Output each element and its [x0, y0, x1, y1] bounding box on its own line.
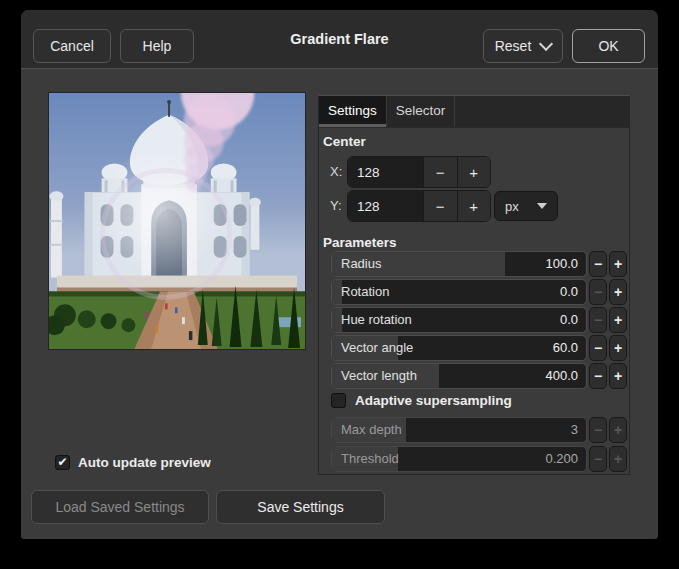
vector-length-increment-button[interactable]: + [609, 363, 627, 389]
hue-rotation-slider[interactable]: Hue rotation 0.0 [331, 307, 587, 333]
reset-button-label: Reset [495, 38, 532, 54]
max-depth-label: Max depth [341, 418, 402, 442]
vector-angle-slider[interactable]: Vector angle 60.0 [331, 335, 587, 361]
minus-icon: − [594, 422, 602, 438]
ok-button-label: OK [598, 38, 618, 54]
auto-update-preview-row: ✔ Auto update preview [55, 453, 211, 471]
radius-decrement-button[interactable]: − [589, 251, 607, 277]
adaptive-supersampling-checkbox[interactable] [331, 393, 346, 408]
active-tab-indicator [319, 124, 386, 127]
vector-length-row: Vector length 400.0 − + [319, 363, 629, 389]
cancel-button-label: Cancel [50, 38, 94, 54]
x-label: X: [330, 164, 342, 179]
threshold-value: 0.200 [545, 447, 578, 471]
x-decrement-button[interactable]: − [423, 157, 457, 187]
titlebar: Gradient Flare Cancel Help Reset OK [21, 10, 658, 69]
minus-icon: − [594, 368, 602, 384]
minus-icon: − [436, 198, 445, 215]
rotation-row: Rotation 0.0 − + [319, 279, 629, 305]
chevron-down-icon [539, 36, 553, 50]
y-label: Y: [330, 198, 342, 213]
radius-value: 100.0 [545, 252, 578, 276]
rotation-label: Rotation [341, 280, 389, 304]
plus-icon: + [614, 312, 622, 328]
load-saved-settings-button[interactable]: Load Saved Settings [31, 490, 209, 524]
parameters-section-label: Parameters [323, 235, 397, 250]
radius-label: Radius [341, 252, 381, 276]
vector-length-slider[interactable]: Vector length 400.0 [331, 363, 587, 389]
max-depth-slider: Max depth 3 [331, 417, 587, 443]
minus-icon: − [594, 340, 602, 356]
cancel-button[interactable]: Cancel [33, 29, 111, 63]
vector-angle-value: 60.0 [553, 336, 578, 360]
hue-rotation-value: 0.0 [560, 308, 578, 332]
plus-icon: + [614, 368, 622, 384]
vector-length-decrement-button[interactable]: − [589, 363, 607, 389]
rotation-value: 0.0 [560, 280, 578, 304]
vector-angle-decrement-button[interactable]: − [589, 335, 607, 361]
unit-dropdown[interactable]: px [494, 191, 558, 221]
vector-length-label: Vector length [341, 364, 417, 388]
threshold-label: Threshold [341, 447, 399, 471]
hue-rotation-label: Hue rotation [341, 308, 412, 332]
y-spinbutton: 128 − + [347, 190, 491, 222]
tab-strip: Settings Selector [319, 96, 629, 128]
reset-dropdown-button[interactable]: Reset [483, 29, 563, 63]
plus-icon: + [469, 164, 478, 181]
screen: Gradient Flare Cancel Help Reset OK [0, 0, 679, 569]
y-input[interactable]: 128 [348, 191, 423, 221]
tab-settings[interactable]: Settings [319, 96, 387, 127]
plus-icon: + [614, 340, 622, 356]
plus-icon: + [614, 284, 622, 300]
auto-update-preview-checkbox[interactable]: ✔ [55, 455, 70, 470]
checkmark-icon: ✔ [57, 455, 67, 469]
hue-rotation-row: Hue rotation 0.0 − + [319, 307, 629, 333]
rotation-decrement-button[interactable]: − [589, 279, 607, 305]
ok-button[interactable]: OK [572, 29, 645, 63]
x-input[interactable]: 128 [348, 157, 423, 187]
preview-image [48, 92, 306, 350]
tab-settings-label: Settings [328, 103, 377, 118]
hue-rotation-increment-button[interactable]: + [609, 307, 627, 333]
help-button[interactable]: Help [120, 29, 194, 63]
adaptive-supersampling-row: Adaptive supersampling [331, 393, 512, 408]
minus-icon: − [436, 164, 445, 181]
radius-slider[interactable]: Radius 100.0 [331, 251, 587, 277]
max-depth-value: 3 [571, 418, 578, 442]
radius-increment-button[interactable]: + [609, 251, 627, 277]
load-saved-settings-label: Load Saved Settings [55, 499, 184, 515]
vector-angle-increment-button[interactable]: + [609, 335, 627, 361]
save-settings-label: Save Settings [257, 499, 343, 515]
rotation-increment-button[interactable]: + [609, 279, 627, 305]
max-depth-row: Max depth 3 − + [319, 417, 629, 443]
y-increment-button[interactable]: + [457, 191, 491, 221]
vector-angle-row: Vector angle 60.0 − + [319, 335, 629, 361]
taj-mahal-preview-graphic [49, 93, 305, 349]
threshold-slider: Threshold 0.200 [331, 446, 587, 472]
minus-icon: − [594, 256, 602, 272]
threshold-decrement-button: − [589, 446, 607, 472]
rotation-slider[interactable]: Rotation 0.0 [331, 279, 587, 305]
x-spinbutton: 128 − + [347, 156, 491, 188]
unit-dropdown-value: px [505, 199, 519, 214]
tab-selector[interactable]: Selector [387, 96, 456, 127]
y-decrement-button[interactable]: − [423, 191, 457, 221]
plus-icon: + [469, 198, 478, 215]
minus-icon: − [594, 284, 602, 300]
tab-selector-label: Selector [396, 103, 446, 118]
plus-icon: + [614, 256, 622, 272]
center-section-label: Center [323, 134, 366, 149]
plus-icon: + [614, 451, 622, 467]
minus-icon: − [594, 312, 602, 328]
radius-row: Radius 100.0 − + [319, 251, 629, 277]
vector-length-value: 400.0 [545, 364, 578, 388]
minus-icon: − [594, 451, 602, 467]
x-increment-button[interactable]: + [457, 157, 491, 187]
hue-rotation-decrement-button[interactable]: − [589, 307, 607, 333]
save-settings-button[interactable]: Save Settings [216, 490, 385, 524]
adaptive-supersampling-label: Adaptive supersampling [355, 393, 512, 408]
max-depth-decrement-button: − [589, 417, 607, 443]
vector-angle-label: Vector angle [341, 336, 413, 360]
auto-update-preview-label: Auto update preview [78, 455, 211, 470]
help-button-label: Help [143, 38, 172, 54]
